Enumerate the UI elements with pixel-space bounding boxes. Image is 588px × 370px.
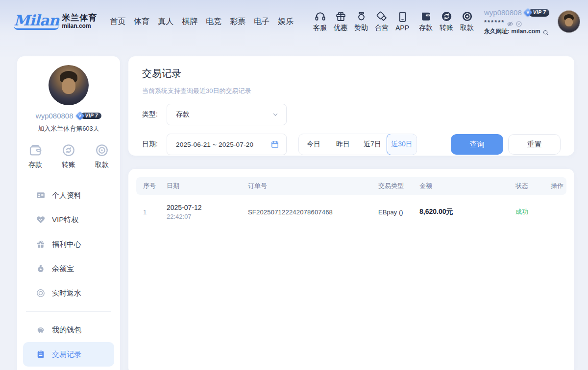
deposit-label: 存款 bbox=[419, 23, 433, 32]
brand-logo-script: Milan bbox=[14, 13, 59, 30]
transfer-button[interactable]: 转账 bbox=[436, 10, 457, 32]
quick-transfer-button[interactable]: 转账 bbox=[61, 143, 76, 169]
row-date: 2025-07-12 22:42:07 bbox=[160, 204, 241, 220]
nav-live[interactable]: 真人 bbox=[157, 15, 174, 29]
quick-date-group: 今日 昨日 近7日 近30日 bbox=[298, 134, 417, 155]
headset-icon bbox=[314, 10, 326, 23]
sidebar-avatar[interactable] bbox=[49, 65, 89, 105]
service-label: 客服 bbox=[313, 23, 327, 32]
id-card-icon bbox=[36, 190, 46, 200]
nav-esports[interactable]: 电竞 bbox=[205, 15, 222, 29]
row-amount: 8,620.00元 bbox=[413, 208, 509, 216]
filter-panel: 交易记录 当前系统支持查询最近30日的交易记录 类型: 存款 日期: 2025-… bbox=[128, 56, 574, 156]
calendar-icon bbox=[270, 140, 279, 149]
rebate-icon bbox=[36, 288, 46, 298]
date-label: 日期: bbox=[142, 140, 167, 149]
row-order-no: SF202507122242078607468 bbox=[241, 208, 371, 216]
chevron-down-icon bbox=[271, 111, 279, 118]
nav-sports[interactable]: 体育 bbox=[133, 15, 150, 29]
sidebar-divider bbox=[26, 311, 111, 312]
gift-filled-icon bbox=[36, 239, 46, 249]
sidebar-item-profile[interactable]: 个人资料 bbox=[23, 183, 114, 208]
top-bar: Milan 米兰体育 milan.com 首页 体育 真人 棋牌 电竞 彩票 电… bbox=[0, 0, 588, 43]
reset-button[interactable]: 重置 bbox=[508, 134, 561, 155]
withdraw-outline-icon bbox=[95, 143, 109, 158]
transfer-outline-icon bbox=[61, 143, 76, 158]
magnifier-icon[interactable] bbox=[542, 28, 549, 35]
transfer-icon bbox=[441, 10, 453, 23]
sidebar-username: wyp080808 bbox=[36, 112, 74, 120]
promo-label: 优惠 bbox=[334, 23, 347, 32]
partner-label: 合营 bbox=[375, 23, 389, 32]
app-button[interactable]: APP bbox=[392, 11, 413, 32]
nav-cards[interactable]: 棋牌 bbox=[181, 15, 198, 29]
col-status: 状态 bbox=[509, 182, 544, 190]
promo-button[interactable]: 优惠 bbox=[330, 10, 351, 32]
col-amount: 金额 bbox=[413, 182, 509, 190]
brand-logo[interactable]: Milan 米兰体育 milan.com bbox=[14, 13, 97, 30]
quick-date-today[interactable]: 今日 bbox=[299, 134, 328, 155]
profile-sidebar: wyp080808 V VIP 7 加入米兰体育第603天 存款 转账 取款 个… bbox=[17, 56, 120, 370]
medal-icon bbox=[355, 10, 368, 23]
nav-lottery[interactable]: 彩票 bbox=[229, 15, 246, 29]
deposit-button[interactable]: 存款 bbox=[416, 10, 436, 32]
quick-date-30days[interactable]: 近30日 bbox=[387, 134, 417, 155]
withdraw-label: 取款 bbox=[460, 23, 474, 32]
wallet-outline-icon bbox=[28, 143, 43, 158]
sidebar-item-rebate[interactable]: 实时返水 bbox=[23, 281, 114, 305]
col-type: 交易类型 bbox=[371, 182, 413, 190]
type-label: 类型: bbox=[142, 110, 167, 119]
sponsor-label: 赞助 bbox=[354, 23, 368, 32]
query-button[interactable]: 查询 bbox=[451, 134, 503, 155]
row-index: 1 bbox=[136, 208, 160, 216]
page-subtitle: 当前系统支持查询最近30日的交易记录 bbox=[142, 87, 561, 95]
clipboard-icon bbox=[36, 349, 46, 359]
avatar[interactable] bbox=[558, 10, 580, 33]
table-header: 序号 日期 订单号 交易类型 金额 状态 操作 bbox=[136, 177, 566, 195]
row-type: EBpay () bbox=[371, 208, 413, 216]
main-nav: 首页 体育 真人 棋牌 电竞 彩票 电子 娱乐 bbox=[109, 15, 294, 29]
table-row: 1 2025-07-12 22:42:07 SF2025071222420786… bbox=[136, 195, 566, 229]
sidebar-item-transactions[interactable]: 交易记录 bbox=[23, 342, 114, 367]
row-status: 成功 bbox=[509, 208, 544, 216]
withdraw-button[interactable]: 取款 bbox=[457, 10, 477, 32]
col-order-no: 订单号 bbox=[241, 182, 371, 190]
col-index: 序号 bbox=[136, 182, 160, 190]
sponsor-button[interactable]: 赞助 bbox=[351, 10, 371, 32]
quick-deposit-button[interactable]: 存款 bbox=[28, 143, 43, 169]
piggy-bank-icon bbox=[36, 325, 46, 335]
service-button[interactable]: 客服 bbox=[310, 10, 330, 32]
sidebar-item-benefits[interactable]: 福利中心 bbox=[23, 232, 114, 256]
sidebar-menu: 个人资料 VIP特权 福利中心 余额宝 实时返水 我的钱包 交易记录 bbox=[17, 183, 120, 367]
masked-balance: ****** bbox=[484, 18, 505, 27]
handshake-icon bbox=[376, 10, 388, 23]
type-select[interactable]: 存款 bbox=[167, 104, 287, 125]
brand-name-cn: 米兰体育 bbox=[62, 14, 97, 23]
transactions-table-panel: 序号 日期 订单号 交易类型 金额 状态 操作 1 2025-07-12 22:… bbox=[128, 169, 574, 370]
partner-button[interactable]: 合营 bbox=[371, 10, 392, 32]
sidebar-item-wallet[interactable]: 我的钱包 bbox=[23, 318, 114, 342]
col-date: 日期 bbox=[160, 182, 241, 190]
gem-icon bbox=[36, 215, 46, 225]
date-range-input[interactable]: 2025-06-21 ~ 2025-07-20 bbox=[167, 134, 287, 155]
sidebar-vip-badge: V VIP 7 bbox=[77, 112, 102, 120]
quick-date-7days[interactable]: 近7日 bbox=[358, 134, 387, 155]
date-range-value: 2025-06-21 ~ 2025-07-20 bbox=[176, 141, 270, 148]
eye-off-icon[interactable] bbox=[507, 19, 514, 26]
sidebar-item-vip[interactable]: VIP特权 bbox=[23, 208, 114, 232]
permanent-url: 永久网址: milan.com bbox=[484, 27, 540, 36]
col-action: 操作 bbox=[544, 182, 566, 190]
transfer-label: 转账 bbox=[440, 23, 453, 32]
app-label: APP bbox=[395, 24, 409, 32]
nav-slots[interactable]: 电子 bbox=[253, 15, 270, 29]
quick-date-yesterday[interactable]: 昨日 bbox=[328, 134, 358, 155]
sidebar-item-yuebao[interactable]: 余额宝 bbox=[23, 256, 114, 281]
quick-withdraw-button[interactable]: 取款 bbox=[95, 143, 109, 169]
chevron-circle-icon[interactable] bbox=[515, 19, 522, 26]
phone-icon bbox=[396, 11, 409, 23]
moneybag-icon bbox=[36, 264, 46, 274]
sidebar-quick-actions: 存款 转账 取款 bbox=[17, 143, 120, 169]
nav-entertainment[interactable]: 娱乐 bbox=[277, 15, 294, 29]
username[interactable]: wyp080808 bbox=[484, 7, 522, 18]
nav-home[interactable]: 首页 bbox=[109, 15, 126, 29]
